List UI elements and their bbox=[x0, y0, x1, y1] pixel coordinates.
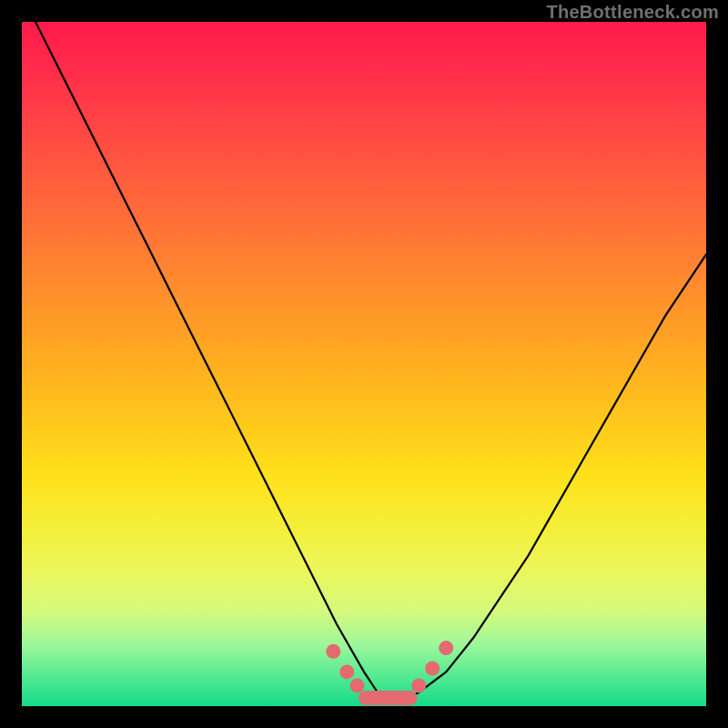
watermark-text: TheBottleneck.com bbox=[546, 2, 719, 23]
curve-marker bbox=[425, 662, 440, 676]
bottleneck-curve bbox=[35, 22, 706, 700]
chart-overlay bbox=[22, 22, 706, 706]
curve-markers bbox=[326, 641, 453, 693]
curve-marker bbox=[439, 641, 453, 655]
curve-flat-highlight bbox=[359, 691, 418, 705]
curve-marker bbox=[339, 664, 354, 679]
curve-marker bbox=[350, 678, 365, 693]
curve-marker bbox=[411, 678, 426, 693]
curve-marker bbox=[326, 644, 340, 659]
chart-frame: TheBottleneck.com bbox=[0, 0, 728, 728]
